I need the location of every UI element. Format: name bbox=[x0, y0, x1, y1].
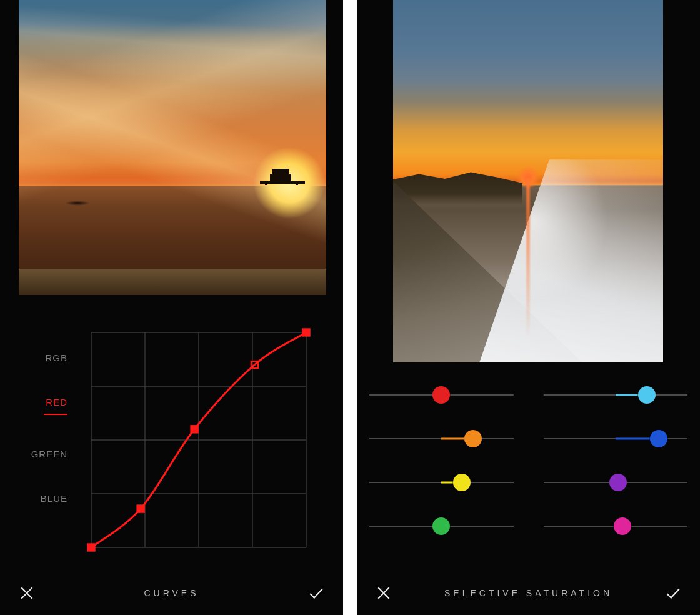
slider-knob-magenta[interactable] bbox=[614, 518, 631, 535]
slider-knob-green[interactable] bbox=[432, 518, 450, 535]
slider-purple[interactable] bbox=[544, 474, 688, 491]
saturation-sliders bbox=[369, 381, 688, 562]
close-icon[interactable] bbox=[374, 584, 393, 602]
channel-green[interactable]: GREEN bbox=[24, 449, 68, 459]
slider-knob-cyan[interactable] bbox=[638, 386, 656, 404]
panel-title: CURVES bbox=[36, 588, 307, 598]
photo-preview[interactable] bbox=[19, 0, 326, 295]
slider-magenta[interactable] bbox=[544, 518, 688, 535]
slider-knob-orange[interactable] bbox=[464, 430, 482, 448]
slider-yellow[interactable] bbox=[369, 474, 514, 491]
slider-cyan[interactable] bbox=[544, 386, 688, 404]
svg-rect-0 bbox=[265, 181, 267, 185]
channel-red[interactable]: RED bbox=[24, 397, 68, 415]
preview-boat-silhouette bbox=[65, 201, 90, 206]
bottom-bar: CURVES bbox=[0, 571, 343, 615]
slider-red[interactable] bbox=[369, 386, 514, 404]
curves-panel: RGBREDGREENBLUE bbox=[0, 318, 343, 561]
curve-grid[interactable] bbox=[91, 332, 306, 548]
selective-saturation-screen: SELECTIVE SATURATION bbox=[357, 0, 700, 615]
photo-preview[interactable] bbox=[393, 0, 663, 362]
curve-handle-4[interactable] bbox=[302, 329, 309, 336]
channel-rgb[interactable]: RGB bbox=[24, 352, 68, 363]
preview-clouds bbox=[19, 0, 326, 295]
preview-pier-silhouette bbox=[259, 165, 308, 186]
slider-orange[interactable] bbox=[369, 430, 514, 448]
check-icon[interactable] bbox=[307, 584, 326, 602]
check-icon[interactable] bbox=[664, 584, 682, 602]
curves-editor-screen: RGBREDGREENBLUE CURVES bbox=[0, 0, 343, 615]
slider-knob-yellow[interactable] bbox=[453, 474, 471, 491]
curve-handle-1[interactable] bbox=[138, 506, 144, 512]
preview-beach bbox=[19, 269, 326, 295]
curve-handle-2[interactable] bbox=[191, 426, 198, 432]
preview-sun-reflection bbox=[526, 178, 530, 337]
close-icon[interactable] bbox=[18, 584, 36, 602]
channel-blue[interactable]: BLUE bbox=[24, 493, 68, 504]
bottom-bar: SELECTIVE SATURATION bbox=[357, 571, 700, 615]
curve-handle-0[interactable] bbox=[88, 544, 94, 551]
slider-knob-red[interactable] bbox=[432, 386, 450, 404]
slider-green[interactable] bbox=[369, 518, 514, 535]
panel-title: SELECTIVE SATURATION bbox=[393, 588, 664, 598]
slider-knob-purple[interactable] bbox=[609, 474, 627, 491]
svg-rect-1 bbox=[296, 181, 298, 185]
channel-list: RGBREDGREENBLUE bbox=[24, 352, 68, 504]
slider-blue[interactable] bbox=[544, 430, 688, 448]
slider-knob-blue[interactable] bbox=[650, 430, 668, 448]
